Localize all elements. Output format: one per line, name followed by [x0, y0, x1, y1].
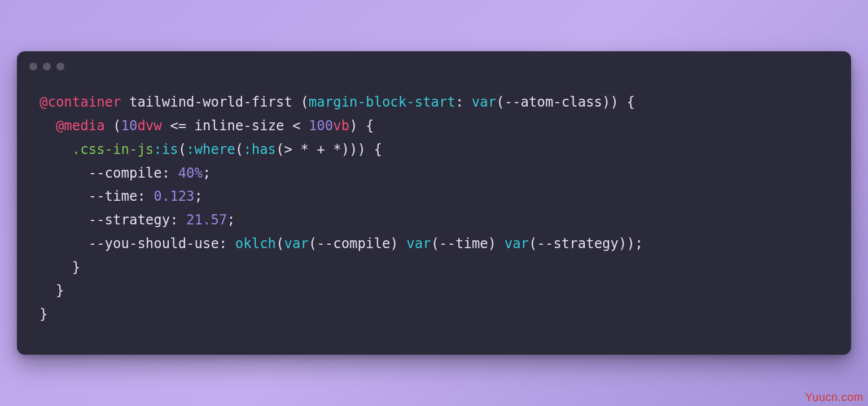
- open-paren: (: [276, 236, 284, 251]
- close-paren: ): [488, 236, 496, 251]
- window-minimize-icon[interactable]: [43, 63, 51, 70]
- custom-prop: --time: [89, 188, 138, 204]
- open-paren: (: [178, 142, 186, 157]
- number: 10: [121, 118, 138, 134]
- open-paren: (: [309, 236, 317, 251]
- open-paren: (: [235, 142, 243, 157]
- percent-unit: %: [195, 165, 203, 181]
- window-titlebar: [17, 51, 851, 70]
- window-maximize-icon[interactable]: [56, 63, 64, 70]
- colon: :: [455, 94, 463, 110]
- code-window: @container tailwind-world-first (margin-…: [17, 51, 851, 355]
- close-brace: }: [72, 259, 80, 275]
- func-var: var: [284, 236, 309, 251]
- code-line-1: @container tailwind-world-first (margin-…: [40, 94, 635, 110]
- number: 40: [178, 165, 195, 181]
- open-brace: {: [374, 142, 382, 157]
- semicolon: ;: [195, 188, 203, 204]
- open-paren: (: [113, 118, 121, 134]
- code-line-6: --strategy: 21.57;: [89, 212, 235, 228]
- code-block: @container tailwind-world-first (margin-…: [17, 70, 851, 332]
- semicolon: ;: [227, 212, 235, 228]
- combinator: > * + *: [284, 142, 341, 157]
- code-line-4: --compile: 40%;: [89, 165, 211, 181]
- window-close-icon[interactable]: [29, 63, 37, 70]
- custom-prop: --compile: [89, 165, 162, 181]
- atrule-media: @media: [56, 118, 105, 134]
- open-paren: (: [529, 236, 537, 251]
- colon: :: [219, 236, 227, 251]
- unit-dvw: dvw: [137, 118, 161, 134]
- pseudo-is: :is: [154, 142, 178, 157]
- watermark-text: Yuucn.com: [805, 391, 863, 404]
- close-paren: ): [602, 94, 610, 110]
- pseudo-has: :has: [243, 142, 276, 157]
- open-brace: {: [626, 94, 634, 110]
- close-paren: ): [390, 236, 398, 251]
- number: 0.123: [154, 188, 194, 204]
- css-variable: --time: [439, 236, 488, 251]
- css-variable: --strategy: [537, 236, 619, 251]
- unit-vb: vb: [333, 118, 349, 134]
- open-paren: (: [496, 94, 504, 110]
- css-variable: --compile: [317, 236, 390, 251]
- close-parens: ))): [341, 142, 366, 157]
- atrule-container: @container: [40, 94, 121, 110]
- close-paren: ): [611, 94, 619, 110]
- css-variable: --atom-class: [505, 94, 602, 110]
- media-feature: inline-size: [195, 118, 284, 134]
- colon: :: [170, 212, 178, 228]
- operator-lt: <: [292, 118, 300, 134]
- close-paren: ): [626, 236, 634, 251]
- custom-prop: --strategy: [89, 212, 170, 228]
- func-var: var: [472, 94, 496, 110]
- number: 100: [309, 118, 333, 134]
- class-selector: .css-in-js: [72, 142, 154, 157]
- code-line-5: --time: 0.123;: [89, 188, 203, 204]
- close-paren: ): [619, 236, 626, 251]
- close-paren: ): [349, 118, 357, 134]
- semicolon: ;: [203, 165, 211, 181]
- close-brace: }: [40, 306, 47, 322]
- colon: :: [162, 165, 170, 181]
- semicolon: ;: [635, 236, 643, 251]
- code-line-3: .css-in-js:is(:where(:has(> * + *))) {: [72, 142, 382, 157]
- open-paren: (: [431, 236, 439, 251]
- container-name: tailwind-world-first: [129, 94, 292, 110]
- func-oklch: oklch: [235, 236, 276, 251]
- code-line-2: @media (10dvw <= inline-size < 100vb) {: [56, 118, 374, 134]
- open-paren: (: [300, 94, 308, 110]
- open-brace: {: [366, 118, 374, 134]
- func-var: var: [406, 236, 431, 251]
- colon: :: [137, 188, 145, 204]
- custom-prop: --you-should-use: [89, 236, 219, 251]
- func-var: var: [505, 236, 529, 251]
- code-line-7: --you-should-use: oklch(var(--compile) v…: [89, 236, 643, 251]
- pseudo-where: :where: [186, 142, 235, 157]
- number: 21.57: [186, 212, 227, 228]
- operator-le: <=: [170, 118, 186, 134]
- open-paren: (: [276, 142, 284, 157]
- close-brace: }: [56, 283, 64, 298]
- property-margin-block-start: margin-block-start: [309, 94, 455, 110]
